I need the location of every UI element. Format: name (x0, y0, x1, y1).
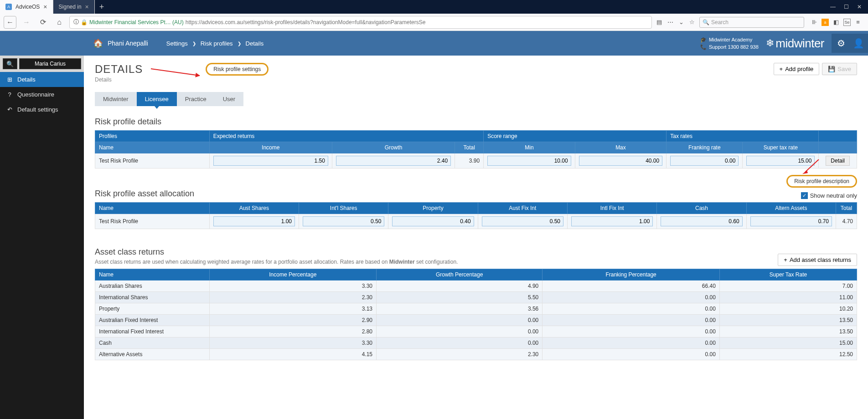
browser-search[interactable]: 🔍 Search (699, 17, 804, 28)
academy-icon: 🎓 (700, 36, 707, 44)
alloc-input[interactable] (213, 216, 295, 226)
user-icon: 👤 (853, 38, 864, 49)
table-row: Test Risk Profile 4.70 (95, 214, 857, 229)
more-icon[interactable]: ⋯ (666, 19, 674, 26)
header-user[interactable]: 🏠 Phani Anepalli (93, 38, 148, 48)
tab-practice[interactable]: Practice (177, 92, 215, 106)
cell-growth: 5.50 (376, 292, 542, 303)
undo-icon: ↶ (6, 106, 13, 113)
profile-button[interactable]: 👤 (849, 34, 868, 53)
callout-text: Risk profile settings (213, 66, 261, 72)
max-input[interactable] (579, 156, 663, 166)
alloc-input[interactable] (661, 216, 742, 226)
gear-icon: ⚙ (837, 38, 845, 49)
th-intl-shares: Int'l Shares (299, 203, 388, 214)
cell-income: 2.30 (209, 292, 376, 303)
academy-label[interactable]: Midwinter Academy (709, 36, 752, 44)
cell-name: International Fixed Interest (95, 326, 210, 337)
forward-button[interactable]: → (20, 16, 33, 29)
new-tab-button[interactable]: + (95, 2, 109, 12)
th-intl-fix: Intl Fix Int (568, 203, 657, 214)
cell-income: 3.30 (209, 337, 376, 349)
alloc-input[interactable] (750, 216, 832, 226)
sidebar-item-questionnaire[interactable]: ? Questionnaire (0, 87, 84, 102)
home-button[interactable]: ⌂ (53, 16, 66, 29)
franking-input[interactable] (670, 156, 739, 166)
tab-midwinter[interactable]: Midwinter (95, 92, 137, 106)
cell-growth: 3.56 (376, 303, 542, 315)
detail-button[interactable]: Detail (826, 156, 850, 166)
url-site: Midwinter Financial Services Pt… (AU) (89, 19, 184, 26)
cell-super: 11.00 (719, 292, 857, 303)
th-name: Name (95, 142, 210, 153)
alloc-input[interactable] (571, 216, 653, 226)
th-tax-rates: Tax rates (666, 131, 819, 142)
close-window-icon[interactable]: ✕ (857, 4, 862, 10)
cell-income: 2.80 (209, 326, 376, 337)
user-name: Phani Anepalli (108, 40, 148, 47)
tab-licensee[interactable]: Licensee (137, 92, 177, 106)
cell-name: Test Risk Profile (95, 214, 210, 229)
client-selector[interactable]: Maria Carius (19, 58, 81, 69)
annotation-callout-1: Risk profile settings (206, 63, 269, 76)
reader-icon[interactable]: ▤ (656, 19, 663, 26)
browser-tab-active[interactable]: A AdviceOS × (0, 0, 53, 14)
browser-tab-inactive[interactable]: Signed in × (53, 0, 95, 14)
star-icon[interactable]: ☆ (688, 19, 696, 26)
cell-growth: 0.00 (376, 326, 542, 337)
cell-growth: 0.00 (376, 337, 542, 349)
close-icon[interactable]: × (85, 3, 89, 10)
minimize-icon[interactable]: — (830, 4, 836, 10)
maximize-icon[interactable]: ☐ (844, 4, 849, 10)
btn-label: Add asset class returns (790, 256, 851, 263)
th-min: Min (484, 142, 575, 153)
search-icon: 🔍 (6, 61, 14, 67)
url-bar[interactable]: ⓘ 🔒 Midwinter Financial Services Pt… (AU… (69, 16, 652, 29)
cell-income: 2.90 (209, 315, 376, 326)
add-profile-button[interactable]: +Add profile (774, 63, 820, 75)
table-row: Test Risk Profile 3.90 Detail (95, 153, 857, 169)
pocket-icon[interactable]: ⌄ (677, 19, 685, 26)
th-name: Name (95, 269, 210, 281)
menu-icon[interactable]: ≡ (854, 19, 862, 26)
cell-name: Australian Shares (95, 281, 210, 292)
page-title: DETAILS (95, 63, 143, 76)
income-input[interactable] (213, 156, 328, 166)
sidebar-search-button[interactable]: 🔍 (3, 58, 17, 69)
grid-icon: ⊞ (6, 76, 13, 83)
add-asset-class-returns-button[interactable]: +Add asset class returns (778, 254, 857, 266)
cell-growth: 4.90 (376, 281, 542, 292)
growth-input[interactable] (336, 156, 451, 166)
cell-franking: 0.00 (542, 337, 720, 349)
bc-risk-profiles[interactable]: Risk profiles (201, 40, 233, 47)
info-icon: ⓘ (73, 18, 79, 26)
settings-button[interactable]: ⚙ (832, 34, 851, 53)
neutral-checkbox[interactable]: ✓ (801, 192, 808, 199)
tab-user[interactable]: User (215, 92, 243, 106)
svg-line-0 (805, 159, 819, 172)
ext2-icon[interactable]: Se (843, 19, 851, 26)
client-name: Maria Carius (35, 61, 66, 67)
support-label: Support 1300 882 938 (709, 43, 759, 51)
sidebar-item-details[interactable]: ⊞ Details (0, 72, 84, 87)
library-icon[interactable]: ⊪ (811, 19, 818, 26)
min-input[interactable] (487, 156, 571, 166)
table-row: Australian Shares3.304.9066.407.00 (95, 281, 857, 292)
sidebar-item-default-settings[interactable]: ↶ Default settings (0, 102, 84, 117)
sidebar-icon[interactable]: ◧ (832, 19, 840, 26)
reload-button[interactable]: ⟳ (36, 16, 49, 29)
bc-settings[interactable]: Settings (166, 40, 188, 47)
bc-details[interactable]: Details (246, 40, 264, 47)
back-button[interactable]: ← (4, 16, 16, 29)
scope-tabs: Midwinter Licensee Practice User (95, 92, 857, 106)
th-score-range: Score range (484, 131, 666, 142)
alloc-input[interactable] (303, 216, 384, 226)
save-icon: 💾 (828, 66, 835, 72)
alloc-input[interactable] (482, 216, 563, 226)
browser-toolbar: ← → ⟳ ⌂ ⓘ 🔒 Midwinter Financial Services… (0, 14, 868, 31)
alloc-input[interactable] (392, 216, 474, 226)
annotation-callout-2: Risk profile description (786, 175, 857, 188)
th-growth: Growth (332, 142, 455, 153)
ext1-icon[interactable]: a (822, 19, 829, 26)
close-icon[interactable]: × (43, 3, 47, 10)
